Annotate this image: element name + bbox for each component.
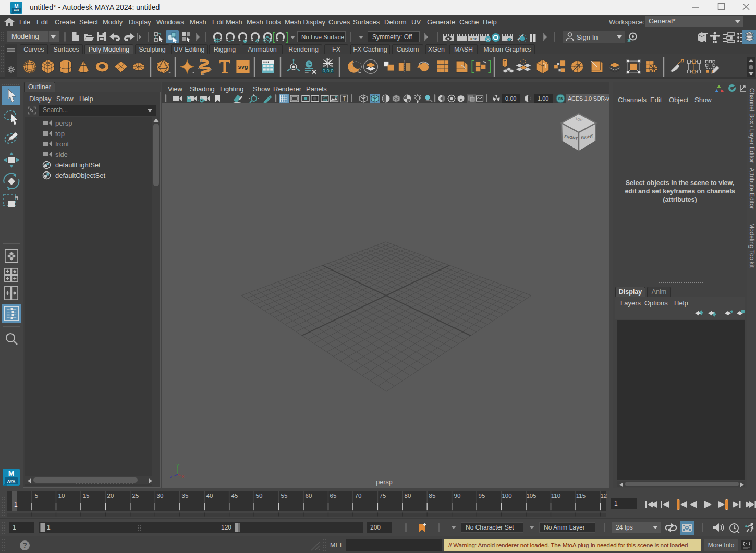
svg-text:z: z xyxy=(170,474,172,480)
svg-text:AYA: AYA xyxy=(14,9,19,12)
svg-text:T: T xyxy=(343,96,346,102)
svg-text:1.00: 1.00 xyxy=(538,95,548,102)
svg-text:IPR: IPR xyxy=(470,37,477,41)
svg-text:y: y xyxy=(177,463,179,468)
svg-text:AYA: AYA xyxy=(7,479,16,484)
svg-text:ON: ON xyxy=(558,97,563,101)
svg-text:M: M xyxy=(8,469,15,477)
svg-text:0.00: 0.00 xyxy=(505,95,516,102)
svg-text:x: x xyxy=(182,474,185,479)
svg-text:persp: persp xyxy=(376,478,392,486)
